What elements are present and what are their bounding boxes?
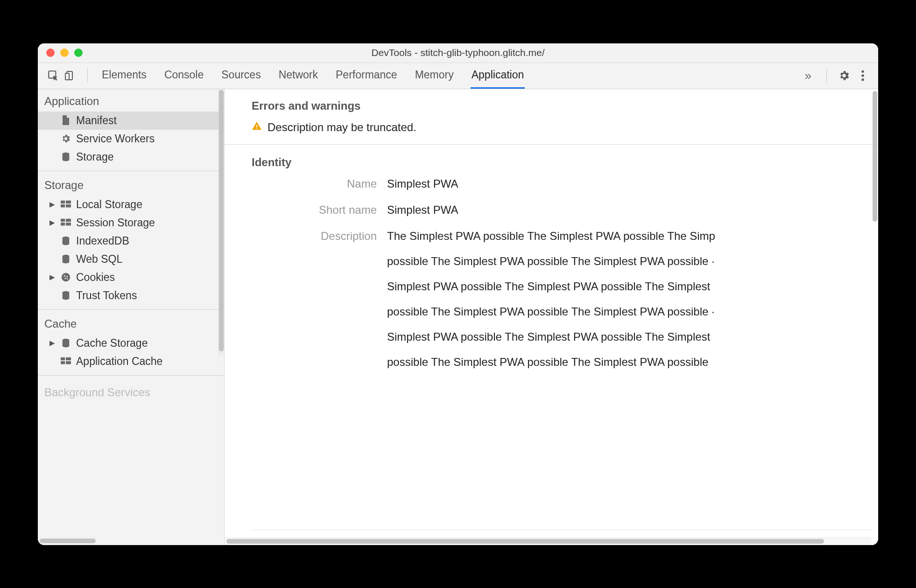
sidebar-divider: [38, 309, 224, 310]
devtools-tabs: Elements Console Sources Network Perform…: [101, 63, 525, 89]
section-divider: [225, 144, 878, 145]
db-icon: [60, 253, 71, 265]
sidebar-item-application-cache[interactable]: ▶Application Cache: [38, 352, 224, 371]
svg-rect-13: [61, 223, 65, 225]
svg-rect-12: [66, 219, 71, 222]
svg-rect-14: [66, 223, 71, 225]
application-sidebar[interactable]: Application▶Manifest▶Service Workers▶Sto…: [38, 89, 225, 545]
manifest-panel: Errors and warnings Description may be t…: [225, 89, 878, 545]
tabs-overflow-button[interactable]: »: [800, 69, 816, 83]
svg-point-19: [66, 276, 68, 278]
sidebar-divider: [38, 375, 224, 376]
svg-point-4: [861, 74, 864, 77]
expand-triangle-icon[interactable]: ▶: [49, 273, 56, 281]
tab-console[interactable]: Console: [163, 63, 204, 89]
tab-memory[interactable]: Memory: [414, 63, 455, 89]
close-window-button[interactable]: [46, 49, 55, 57]
minimize-window-button[interactable]: [60, 49, 69, 57]
svg-point-3: [861, 70, 864, 73]
panel-body: Application▶Manifest▶Service Workers▶Sto…: [38, 89, 878, 545]
sidebar-item-web-sql[interactable]: ▶Web SQL: [38, 250, 224, 268]
svg-rect-26: [61, 361, 65, 364]
settings-gear-icon[interactable]: [837, 69, 851, 83]
toolbar-divider: [87, 69, 88, 83]
main-hscroll-thumb[interactable]: [226, 539, 824, 544]
sidebar-item-storage[interactable]: ▶Storage: [38, 148, 224, 166]
description-line: Simplest PWA possible The Simplest PWA p…: [387, 330, 878, 343]
sidebar-item-label: Cookies: [76, 271, 115, 284]
sidebar-section-application: Application: [38, 89, 224, 112]
svg-point-18: [64, 275, 65, 277]
zoom-window-button[interactable]: [74, 49, 83, 57]
sidebar-item-session-storage[interactable]: ▶Session Storage: [38, 214, 224, 232]
expand-triangle-icon[interactable]: ▶: [49, 339, 56, 347]
sidebar-hscroll-thumb[interactable]: [40, 539, 96, 543]
svg-rect-9: [61, 204, 65, 207]
kebab-menu-icon[interactable]: [856, 69, 870, 83]
sidebar-item-label: Storage: [76, 151, 114, 163]
db-icon: [60, 337, 71, 349]
value-name: Simplest PWA: [387, 177, 878, 190]
label-short-name: Short name: [252, 203, 387, 217]
label-description: Description: [252, 230, 387, 243]
description-line: possible The Simplest PWA possible The S…: [387, 255, 878, 268]
sidebar-item-label: Trust Tokens: [76, 289, 137, 302]
sidebar-item-service-workers[interactable]: ▶Service Workers: [38, 130, 224, 148]
tab-application[interactable]: Application: [471, 63, 525, 89]
svg-point-17: [62, 273, 70, 281]
value-description: The Simplest PWA possible The Simplest P…: [387, 230, 878, 381]
main-vscroll-track[interactable]: [872, 89, 878, 229]
sidebar-item-label: Service Workers: [76, 133, 155, 145]
sidebar-item-label: Manifest: [76, 114, 117, 127]
sidebar-section-background-services: Background Services: [38, 378, 224, 403]
expand-triangle-icon[interactable]: ▶: [49, 218, 56, 227]
window-controls: [38, 49, 83, 57]
window-title: DevTools - stitch-glib-typhoon.glitch.me…: [38, 47, 878, 58]
tab-sources[interactable]: Sources: [220, 63, 261, 89]
sidebar-vscroll-thumb[interactable]: [219, 90, 224, 351]
sidebar-item-local-storage[interactable]: ▶Local Storage: [38, 196, 224, 214]
sidebar-item-label: Local Storage: [76, 198, 142, 211]
sidebar-item-manifest[interactable]: ▶Manifest: [38, 112, 224, 130]
svg-rect-7: [61, 201, 65, 203]
grid-icon: [60, 356, 71, 367]
description-line: possible The Simplest PWA possible The S…: [387, 305, 878, 318]
row-name: Name Simplest PWA: [252, 177, 878, 190]
expand-triangle-icon[interactable]: ▶: [49, 200, 56, 209]
cookie-icon: [60, 272, 71, 283]
tab-network[interactable]: Network: [278, 63, 319, 89]
identity-section-title: Identity: [252, 156, 878, 169]
devtools-window: DevTools - stitch-glib-typhoon.glitch.me…: [38, 43, 878, 545]
svg-rect-29: [256, 128, 257, 129]
svg-rect-24: [61, 357, 65, 360]
svg-rect-2: [65, 73, 69, 80]
main-vscroll-thumb[interactable]: [873, 91, 877, 222]
svg-point-21: [67, 278, 68, 279]
grid-icon: [60, 199, 71, 210]
bottom-divider: [252, 530, 872, 530]
sidebar-item-label: Cache Storage: [76, 337, 148, 350]
tab-performance[interactable]: Performance: [335, 63, 398, 89]
svg-rect-8: [66, 201, 71, 203]
file-icon: [60, 115, 71, 126]
sidebar-item-indexeddb[interactable]: ▶IndexedDB: [38, 232, 224, 250]
svg-point-20: [65, 278, 66, 279]
sidebar-item-label: Session Storage: [76, 217, 155, 229]
tab-elements[interactable]: Elements: [101, 63, 148, 89]
sidebar-item-label: Application Cache: [76, 355, 162, 368]
inspect-element-icon[interactable]: [46, 69, 60, 83]
sidebar-vscroll-track[interactable]: [218, 89, 224, 355]
warning-text: Description may be truncated.: [268, 121, 416, 134]
sidebar-divider: [38, 171, 224, 171]
main-hscroll-track[interactable]: [225, 538, 872, 545]
device-toggle-icon[interactable]: [63, 69, 77, 83]
sidebar-item-trust-tokens[interactable]: ▶Trust Tokens: [38, 287, 224, 305]
sidebar-item-cache-storage[interactable]: ▶Cache Storage: [38, 334, 224, 352]
svg-rect-28: [256, 125, 257, 127]
gear-icon: [60, 133, 71, 144]
label-name: Name: [252, 177, 387, 190]
sidebar-item-label: Web SQL: [76, 253, 122, 266]
sidebar-section-cache: Cache: [38, 312, 224, 334]
sidebar-item-cookies[interactable]: ▶Cookies: [38, 268, 224, 287]
description-line: Simplest PWA possible The Simplest PWA p…: [387, 280, 878, 293]
